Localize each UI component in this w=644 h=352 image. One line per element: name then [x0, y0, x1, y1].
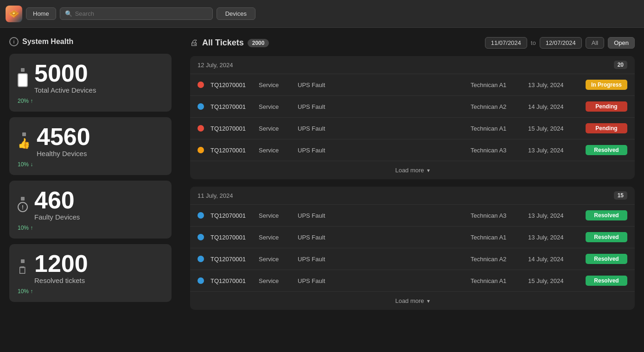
ticket-tech: Technican A1 — [471, 234, 522, 241]
stat-card-resolved: 🗒 1200 Resolved tickets 10% ↑ — [9, 244, 172, 302]
ticket-desc: UPS Fault — [298, 147, 464, 154]
stat-label-faulty: Faulty Devices — [34, 213, 80, 221]
ticket-date: 14 July, 2024 — [528, 256, 579, 263]
ticket-tech: Technican A1 — [471, 277, 522, 284]
stat-number-faulty: 460 — [34, 188, 80, 212]
status-dot — [198, 82, 204, 88]
status-dot — [198, 103, 204, 110]
ticket-type: Service — [259, 234, 291, 241]
status-badge: Resolved — [586, 210, 627, 220]
stat-card-faulty: ! 460 Faulty Devices 10% ↑ — [9, 181, 172, 239]
ticket-desc: UPS Fault — [298, 212, 464, 219]
filter-open-button[interactable]: Open — [608, 37, 635, 49]
ticket-groups-container: 12 July, 2024 20 TQ12070001 Service UPS … — [190, 56, 635, 310]
chevron-down-icon: ▾ — [427, 298, 430, 304]
ticket-tech: Technican A1 — [471, 82, 522, 88]
ticket-id: TQ12070001 — [210, 147, 252, 154]
alert-icon: ! — [18, 197, 28, 212]
ticket-date: 14 July, 2024 — [528, 103, 579, 110]
ticket-id: TQ12070001 — [210, 103, 252, 110]
status-badge: Resolved — [586, 254, 627, 264]
stat-number-total-active: 5000 — [34, 61, 96, 85]
status-dot — [198, 256, 204, 262]
ticket-row[interactable]: TQ12070001 Service UPS Fault Technican A… — [190, 226, 635, 248]
ticket-date: 13 July, 2024 — [528, 82, 579, 88]
info-icon: i — [9, 37, 19, 46]
tickets-title-row: 🖨 All Tickets 2000 — [190, 38, 480, 48]
stat-label-healthy: Healthy Devices — [37, 150, 90, 157]
ticket-row[interactable]: TQ12070001 Service UPS Fault Technican A… — [190, 139, 635, 161]
search-input[interactable] — [75, 10, 208, 17]
ticket-row[interactable]: TQ12070001 Service UPS Fault Technican A… — [190, 74, 635, 95]
ticket-row[interactable]: TQ12070001 Service UPS Fault Technican A… — [190, 117, 635, 139]
main-layout: i System Health 5000 Total Active Device… — [0, 28, 644, 352]
search-bar: 🔍 — [60, 7, 213, 20]
ticket-row[interactable]: TQ12070001 Service UPS Fault Technican A… — [190, 248, 635, 270]
status-dot — [198, 125, 204, 132]
ticket-icon: 🗒 — [18, 259, 28, 277]
status-badge: Resolved — [586, 145, 627, 155]
ticket-type: Service — [259, 125, 291, 132]
status-badge: Pending — [586, 123, 627, 133]
topbar: 🧇 Home 🔍 Devices — [0, 0, 644, 28]
ticket-desc: UPS Fault — [298, 103, 464, 110]
stat-trend-resolved: 10% ↑ — [18, 288, 163, 295]
tickets-count-badge: 2000 — [248, 39, 269, 47]
left-panel: i System Health 5000 Total Active Device… — [0, 28, 181, 352]
ticket-row[interactable]: TQ12070001 Service UPS Fault Technican A… — [190, 204, 635, 226]
app-icon: 🧇 — [6, 6, 22, 22]
stat-cards-container: 5000 Total Active Devices 20% ↑ 👍 4560 H… — [9, 54, 172, 302]
stat-number-healthy: 4560 — [37, 125, 90, 149]
ticket-id: TQ12070001 — [210, 82, 252, 88]
ticket-id: TQ12070001 — [210, 234, 252, 241]
date-from[interactable]: 11/07/2024 — [485, 37, 527, 49]
device-icon — [18, 68, 28, 87]
ticket-date: 13 July, 2024 — [528, 212, 579, 219]
search-icon: 🔍 — [65, 10, 72, 17]
ticket-date: 15 July, 2024 — [528, 277, 579, 284]
status-badge: In Progress — [586, 80, 627, 90]
ticket-tech: Technican A2 — [471, 103, 522, 110]
ticket-row[interactable]: TQ12070001 Service UPS Fault Technican A… — [190, 270, 635, 291]
load-more-label: Load more — [395, 297, 424, 304]
group-date-1: 11 July, 2024 — [198, 192, 233, 199]
stat-trend-total-active: 20% ↑ — [18, 98, 163, 104]
status-badge: Resolved — [586, 232, 627, 242]
devices-button[interactable]: Devices — [217, 7, 255, 20]
load-more-button-0[interactable]: Load more ▾ — [190, 161, 635, 179]
ticket-desc: UPS Fault — [298, 277, 464, 284]
load-more-button-1[interactable]: Load more ▾ — [190, 291, 635, 310]
ticket-desc: UPS Fault — [298, 256, 464, 263]
ticket-type: Service — [259, 212, 291, 219]
ticket-id: TQ12070001 — [210, 212, 252, 219]
chevron-down-icon: ▾ — [427, 167, 430, 174]
ticket-desc: UPS Fault — [298, 125, 464, 132]
status-badge: Pending — [586, 101, 627, 112]
tickets-icon: 🖨 — [190, 38, 198, 48]
group-count-0: 20 — [614, 61, 627, 69]
ticket-tech: Technican A3 — [471, 147, 522, 154]
filter-all-button[interactable]: All — [586, 37, 604, 49]
ticket-row[interactable]: TQ12070001 Service UPS Fault Technican A… — [190, 95, 635, 117]
ticket-type: Service — [259, 82, 291, 88]
status-badge: Resolved — [586, 276, 627, 286]
status-dot — [198, 147, 204, 153]
ticket-id: TQ12070001 — [210, 277, 252, 284]
stat-label-total-active: Total Active Devices — [34, 86, 96, 94]
ticket-group-0: 12 July, 2024 20 TQ12070001 Service UPS … — [190, 56, 635, 179]
group-header-0: 12 July, 2024 20 — [190, 56, 635, 74]
status-dot — [198, 234, 204, 240]
date-to[interactable]: 12/07/2024 — [540, 37, 582, 49]
right-panel: 🖨 All Tickets 2000 11/07/2024 to 12/07/2… — [181, 28, 644, 352]
ticket-type: Service — [259, 277, 291, 284]
group-date-0: 12 July, 2024 — [198, 62, 233, 69]
ticket-id: TQ12070001 — [210, 256, 252, 263]
stat-trend-healthy: 10% ↓ — [18, 161, 163, 168]
load-more-label: Load more — [395, 167, 424, 174]
ticket-type: Service — [259, 256, 291, 263]
ticket-date: 13 July, 2024 — [528, 147, 579, 154]
home-button[interactable]: Home — [26, 7, 56, 20]
stat-card-healthy: 👍 4560 Healthy Devices 10% ↓ — [9, 117, 172, 175]
ticket-tech: Technican A1 — [471, 125, 522, 132]
stat-card-total-active: 5000 Total Active Devices 20% ↑ — [9, 54, 172, 112]
